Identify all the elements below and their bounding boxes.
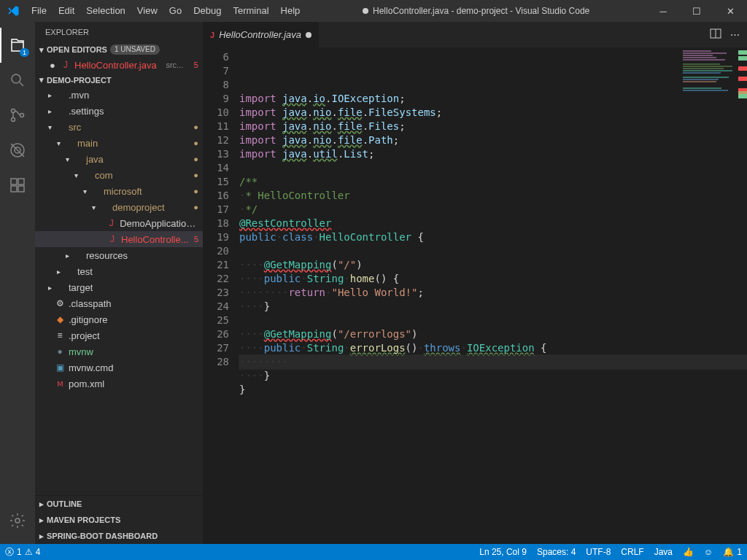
tree-item[interactable]: JHelloControlle...5 xyxy=(35,231,203,247)
tree-item[interactable]: ▾microsoft● xyxy=(35,183,203,199)
editor-area: J HelloController.java ⋯ 678910111213141… xyxy=(203,22,747,544)
status-eol[interactable]: CRLF xyxy=(616,544,649,560)
chevron-down-icon: ▾ xyxy=(39,75,44,85)
open-editor-item[interactable]: ● J HelloController.java src... 5 xyxy=(35,57,203,73)
sidebar-title: Explorer xyxy=(35,22,203,42)
status-encoding[interactable]: UTF-8 xyxy=(581,544,616,560)
svg-point-3 xyxy=(20,114,24,117)
status-problems[interactable]: ⓧ1 ⚠4 xyxy=(0,544,45,560)
explorer-badge: 1 xyxy=(20,48,29,57)
folder-header[interactable]: ▾ demo-project xyxy=(35,73,203,87)
unsaved-badge: 1 unsaved xyxy=(110,44,160,55)
tree-item[interactable]: ▸.settings xyxy=(35,103,203,119)
activity-scm[interactable] xyxy=(0,98,35,133)
tree-item[interactable]: ▾src● xyxy=(35,119,203,135)
activity-explorer[interactable]: 1 xyxy=(0,28,35,63)
activity-settings[interactable] xyxy=(0,503,35,538)
tab-actions: ⋯ xyxy=(703,22,747,47)
status-lncol[interactable]: Ln 25, Col 9 xyxy=(474,544,532,560)
status-bar: ⓧ1 ⚠4 Ln 25, Col 9 Spaces: 4 UTF-8 CRLF … xyxy=(0,544,747,560)
tree-item[interactable]: JDemoApplication.j... xyxy=(35,215,203,231)
warning-icon: ⚠ xyxy=(25,547,33,557)
open-editors-header[interactable]: ▾ Open Editors 1 unsaved xyxy=(35,42,203,57)
vscode-logo-icon xyxy=(0,4,26,18)
tree-item[interactable]: ▾demoproject● xyxy=(35,199,203,215)
window-title: HelloController.java - demo-project - Vi… xyxy=(306,6,646,16)
menu-terminal[interactable]: Terminal xyxy=(227,0,274,22)
window-title-text: HelloController.java - demo-project - Vi… xyxy=(373,6,589,16)
java-file-icon: J xyxy=(210,31,214,39)
window-controls: ─ ☐ ✕ xyxy=(646,0,747,22)
open-editors-label: Open Editors xyxy=(47,45,107,54)
menu-edit[interactable]: Edit xyxy=(53,0,80,22)
tree-item[interactable]: ▸test xyxy=(35,263,203,279)
chevron-down-icon: ▾ xyxy=(39,45,44,55)
bell-icon: 🔔 xyxy=(723,547,734,557)
split-editor-icon[interactable] xyxy=(710,28,721,42)
svg-point-2 xyxy=(12,118,15,122)
svg-point-10 xyxy=(15,518,20,523)
tree-item[interactable]: ●mvnw xyxy=(35,343,203,359)
close-button[interactable]: ✕ xyxy=(713,0,747,22)
tree-item[interactable]: ≡.project xyxy=(35,327,203,343)
sidebar-bottom-sections: ▸Outline▸Maven Projects▸Spring-Boot Dash… xyxy=(35,495,203,544)
activity-extensions[interactable] xyxy=(0,168,35,203)
section-spring-boot-dashboard[interactable]: ▸Spring-Boot Dashboard xyxy=(35,528,203,544)
file-tree: ▸.mvn▸.settings▾src●▾main●▾java●▾com●▾mi… xyxy=(35,87,203,495)
section-maven-projects[interactable]: ▸Maven Projects xyxy=(35,512,203,528)
menu-file[interactable]: File xyxy=(26,0,53,22)
svg-point-1 xyxy=(12,109,15,113)
section-outline[interactable]: ▸Outline xyxy=(35,496,203,512)
editor-tabs: J HelloController.java ⋯ xyxy=(203,22,747,47)
tree-item[interactable]: ᴍpom.xml xyxy=(35,376,203,392)
activity-search[interactable] xyxy=(0,63,35,98)
editor[interactable]: 6789101112131415161718192021222324252627… xyxy=(203,47,747,544)
gutter: 6789101112131415161718192021222324252627… xyxy=(203,47,239,544)
tree-item[interactable]: ▾main● xyxy=(35,135,203,151)
menu-bar: FileEditSelectionViewGoDebugTerminalHelp xyxy=(26,0,306,22)
tree-item[interactable]: ▸.mvn xyxy=(35,87,203,103)
tree-item[interactable]: ▣mvnw.cmd xyxy=(35,359,203,376)
status-language[interactable]: Java xyxy=(649,544,678,560)
modified-dot-icon xyxy=(306,32,311,38)
activity-debug[interactable] xyxy=(0,133,35,168)
tab-label: HelloController.java xyxy=(219,29,301,40)
tree-item[interactable]: ◆.gitignore xyxy=(35,311,203,327)
more-icon[interactable]: ⋯ xyxy=(730,29,740,40)
tab-hellocontroller[interactable]: J HelloController.java xyxy=(203,22,320,47)
tree-item[interactable]: ▾java● xyxy=(35,151,203,167)
sidebar: Explorer ▾ Open Editors 1 unsaved ● J He… xyxy=(35,22,203,544)
overview-ruler xyxy=(738,47,747,544)
status-feedback[interactable]: ☺ xyxy=(699,544,718,560)
open-editor-filename: HelloController.java xyxy=(74,60,157,71)
error-icon: ⓧ xyxy=(5,546,14,559)
tree-item[interactable]: ▸target xyxy=(35,279,203,295)
menu-help[interactable]: Help xyxy=(275,0,306,22)
tree-item[interactable]: ▾com● xyxy=(35,167,203,183)
svg-rect-8 xyxy=(18,186,24,192)
svg-rect-6 xyxy=(11,179,17,184)
tree-item[interactable]: ⚙.classpath xyxy=(35,295,203,311)
svg-point-0 xyxy=(12,74,20,83)
modified-dot-icon xyxy=(363,8,368,14)
status-thumbsup[interactable]: 👍 xyxy=(678,544,699,560)
activity-bar: 1 xyxy=(0,22,35,544)
svg-rect-7 xyxy=(11,186,17,192)
status-spaces[interactable]: Spaces: 4 xyxy=(532,544,581,560)
tree-item[interactable]: ▸resources xyxy=(35,247,203,263)
minimize-button[interactable]: ─ xyxy=(646,0,680,22)
menu-view[interactable]: View xyxy=(131,0,163,22)
menu-selection[interactable]: Selection xyxy=(80,0,131,22)
code-area[interactable]: import java.io.IOException;import java.n… xyxy=(239,47,747,544)
status-notifications[interactable]: 🔔1 xyxy=(718,544,747,560)
project-name: demo-project xyxy=(47,76,112,85)
maximize-button[interactable]: ☐ xyxy=(680,0,713,22)
menu-debug[interactable]: Debug xyxy=(187,0,227,22)
titlebar: FileEditSelectionViewGoDebugTerminalHelp… xyxy=(0,0,747,22)
menu-go[interactable]: Go xyxy=(163,0,187,22)
svg-rect-9 xyxy=(18,179,24,184)
